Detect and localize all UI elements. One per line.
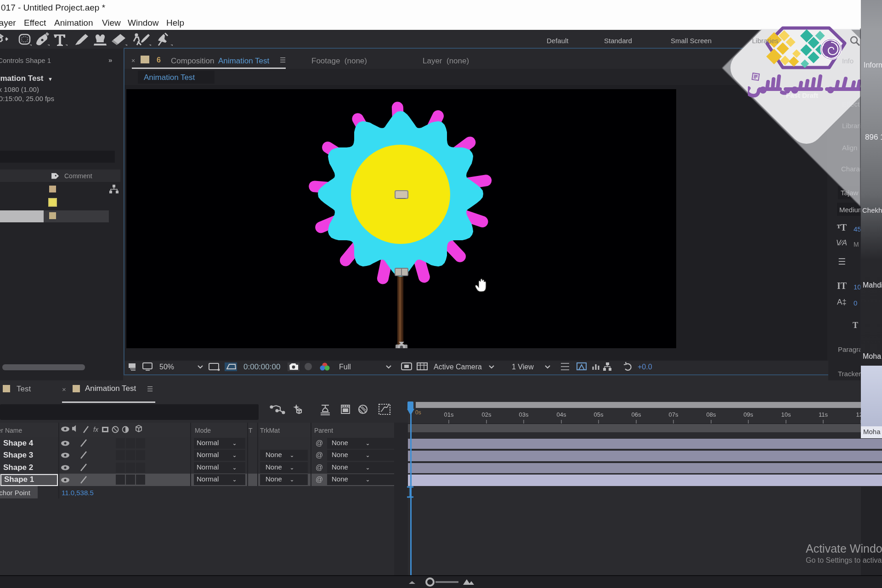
svg-text:fx: fx bbox=[93, 426, 99, 433]
svg-text:+0.0: +0.0 bbox=[638, 363, 652, 371]
svg-text:Active Camera: Active Camera bbox=[434, 363, 482, 371]
svg-text:1 View: 1 View bbox=[512, 363, 534, 371]
svg-text:0:00:00:00: 0:00:00:00 bbox=[243, 362, 280, 371]
svg-text:Full: Full bbox=[339, 363, 351, 371]
svg-text:50%: 50% bbox=[159, 363, 174, 371]
